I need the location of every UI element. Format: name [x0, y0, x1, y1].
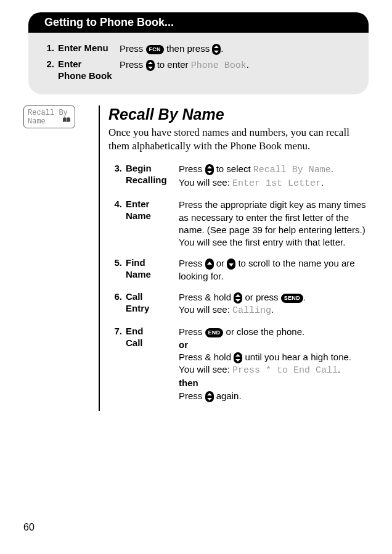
- phone-screen-mock: Recall By Name: [23, 105, 75, 128]
- text: to enter: [157, 59, 191, 70]
- svg-marker-9: [235, 294, 240, 297]
- updown-key-icon: [234, 352, 242, 363]
- step-number: 6.: [108, 291, 122, 302]
- section-title: Recall By Name: [108, 105, 369, 123]
- section-tab: Getting to Phone Book...: [28, 12, 369, 33]
- step-2: 2. Enter Phone Book Press to enter Phone…: [41, 59, 356, 82]
- text: or: [216, 258, 227, 268]
- text: .: [247, 59, 249, 70]
- text: Begin: [126, 163, 152, 173]
- text: You will see:: [179, 177, 232, 188]
- svg-marker-7: [207, 262, 212, 265]
- step-label: End Call: [122, 326, 179, 349]
- updown-key-icon: [205, 391, 214, 402]
- step-1: 1. Enter Menu Press FCN then press .: [41, 43, 356, 55]
- step-label: Call Entry: [122, 291, 179, 315]
- screen-line: Name: [28, 117, 46, 126]
- then-label: then: [179, 378, 198, 388]
- updown-key-icon: [212, 44, 221, 55]
- step-body: Press or to scroll to the name you are l…: [179, 257, 369, 283]
- or-label: or: [179, 339, 188, 350]
- lcd-text: Press * to End Call: [232, 365, 338, 376]
- text: Press: [179, 258, 205, 268]
- step-number: 7.: [108, 326, 122, 336]
- text: Press: [179, 163, 205, 174]
- screen-line: Recall By: [28, 109, 71, 117]
- intro-steps-box: 1. Enter Menu Press FCN then press . 2. …: [28, 33, 369, 94]
- step-3: 3. Begin Recalling Press to select Recal…: [108, 163, 369, 191]
- open-book-icon: [62, 117, 71, 126]
- step-label: Enter Menu: [54, 43, 120, 54]
- lcd-text: Enter 1st Letter: [232, 178, 321, 189]
- text: again.: [216, 391, 242, 401]
- step-5: 5. Find Name Press or to scroll to the n…: [108, 257, 369, 283]
- text: You will see:: [179, 364, 232, 374]
- step-body: Press FCN then press .: [120, 43, 356, 55]
- text: Name: [126, 269, 151, 279]
- text: Call: [126, 291, 143, 302]
- svg-marker-10: [235, 299, 240, 302]
- down-key-icon: [227, 258, 235, 270]
- updown-key-icon: [205, 164, 214, 175]
- lcd-text: Phone Book: [191, 60, 247, 71]
- step-number: 4.: [108, 199, 122, 209]
- text: Press: [179, 391, 205, 401]
- text: Enter: [58, 59, 81, 69]
- text: to select: [216, 163, 253, 174]
- step-4: 4. Enter Name Press the appropriate digi…: [108, 199, 369, 249]
- text: Phone Book: [58, 70, 112, 81]
- svg-marker-12: [235, 359, 240, 362]
- svg-marker-13: [207, 393, 212, 395]
- svg-marker-8: [229, 263, 234, 267]
- text: Press: [120, 43, 146, 54]
- step-body: Press to enter Phone Book.: [120, 59, 356, 72]
- step-label: Enter Name: [122, 199, 179, 222]
- text: Press & hold: [179, 352, 234, 362]
- text: Call: [126, 337, 143, 348]
- step-7: 7. End Call Press END or close the phone…: [108, 326, 369, 402]
- text: Press: [179, 326, 205, 337]
- svg-marker-6: [207, 171, 212, 173]
- svg-marker-0: [214, 46, 219, 48]
- text: Name: [126, 210, 151, 221]
- step-body: Press END or close the phone. or Press &…: [179, 326, 369, 402]
- end-key-icon: END: [205, 328, 224, 337]
- text: Find: [126, 257, 145, 268]
- text: .: [303, 292, 306, 302]
- text: .: [221, 43, 223, 54]
- step-body: Press to select Recall By Name. You will…: [179, 163, 369, 191]
- section-intro: Once you have stored names and numbers, …: [108, 126, 369, 153]
- fcn-key-icon: FCN: [146, 45, 164, 54]
- text: Entry: [126, 303, 149, 313]
- lcd-text: Calling: [232, 305, 271, 316]
- text: .: [321, 177, 324, 188]
- text: then press: [166, 43, 212, 54]
- step-label: Find Name: [122, 257, 179, 281]
- svg-marker-2: [148, 62, 153, 64]
- step-number: 1.: [41, 43, 54, 53]
- text: or press: [245, 292, 280, 302]
- step-body: Press the appropriate digit key as many …: [179, 199, 369, 249]
- svg-marker-5: [207, 166, 212, 168]
- updown-key-icon: [234, 292, 242, 304]
- text: or close the phone.: [226, 326, 305, 337]
- svg-marker-1: [214, 51, 219, 53]
- svg-marker-14: [207, 398, 212, 400]
- text: You will see:: [179, 304, 232, 315]
- text: End: [126, 326, 143, 336]
- step-number: 3.: [108, 163, 122, 173]
- step-body: Press & hold or press SEND. You will see…: [179, 291, 369, 318]
- text: Enter: [126, 199, 149, 209]
- step-label: Begin Recalling: [122, 163, 179, 186]
- text: Press & hold: [179, 292, 234, 302]
- step-6: 6. Call Entry Press & hold or press SEND…: [108, 291, 369, 318]
- text: .: [331, 163, 333, 174]
- text: .: [338, 364, 340, 374]
- text: until you hear a high tone.: [245, 352, 351, 362]
- up-key-icon: [205, 258, 214, 270]
- step-number: 2.: [41, 59, 54, 69]
- page-number: 60: [23, 522, 35, 533]
- svg-marker-11: [235, 354, 240, 357]
- vertical-divider: [99, 105, 100, 411]
- step-number: 5.: [108, 257, 122, 268]
